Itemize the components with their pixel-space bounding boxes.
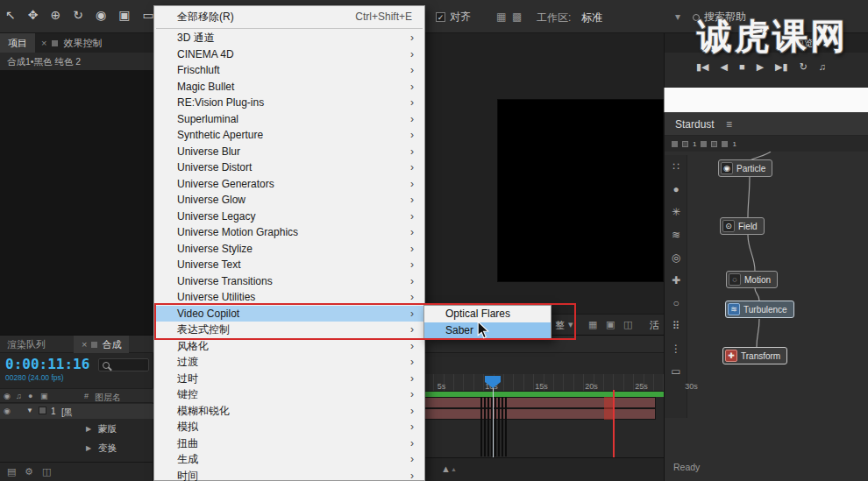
resolution-caret-icon[interactable]: ▾	[568, 319, 573, 330]
tab-effect-controls[interactable]: 效果控制	[63, 37, 102, 50]
node-field[interactable]: ⊙ Field	[720, 217, 765, 235]
solo-icon[interactable]: ●	[28, 392, 32, 400]
menu-item[interactable]: Frischluft	[154, 62, 424, 79]
timeline-search-input[interactable]	[98, 358, 149, 371]
settings-gear-icon[interactable]: ⚙	[25, 466, 33, 477]
transparency-grid-icon[interactable]: ▣	[606, 319, 615, 330]
menu-item-remove-all[interactable]: 全部移除(R) Ctrl+Shift+E	[154, 6, 424, 27]
tab-project[interactable]: 项目	[0, 33, 35, 53]
zoom-tool-icon[interactable]: ⊕	[50, 8, 60, 22]
loop-button[interactable]: ↻	[800, 61, 808, 73]
node-transform[interactable]: ✚ Transform	[722, 347, 787, 364]
first-frame-button[interactable]: ▮◀	[696, 61, 709, 73]
menu-item[interactable]: Universe Legacy	[154, 209, 424, 225]
menu-item[interactable]: 扭曲	[154, 435, 424, 452]
property-group-transform[interactable]: ▶ 变换	[0, 441, 153, 456]
circle-icon[interactable]: ○	[665, 292, 687, 315]
mini-tool-icon[interactable]	[701, 141, 707, 147]
menu-item[interactable]: Universe Stylize	[154, 241, 424, 258]
twirl-right-icon[interactable]: ▶	[86, 425, 91, 433]
previous-frame-button[interactable]: ◀	[721, 61, 728, 73]
layer-row[interactable]: ◉ ▼ 1 [黑	[0, 404, 153, 419]
menu-item[interactable]: Universe Text	[154, 257, 424, 273]
audio-icon[interactable]: ♫	[16, 392, 22, 400]
waves-icon[interactable]: ≋	[665, 223, 687, 246]
layer-color-chip[interactable]	[39, 407, 46, 414]
twirl-down-icon[interactable]: ▼	[26, 407, 33, 414]
selection-tool-icon[interactable]: ↖	[5, 8, 16, 22]
menu-item[interactable]: 表达式控制	[154, 322, 424, 338]
zoom-in-mountain-icon[interactable]: ▲	[451, 466, 457, 472]
twirl-right-icon[interactable]: ▶	[86, 444, 91, 452]
menu-item[interactable]: RE:Vision Plug-ins	[154, 95, 424, 111]
menu-item[interactable]: 过时	[154, 371, 424, 387]
menu-item[interactable]: Universe Generators	[154, 176, 424, 193]
grid-icon[interactable]: ∷	[665, 155, 687, 178]
node-particle[interactable]: ◉ Particle	[718, 159, 772, 177]
property-group-masks[interactable]: ▶ 蒙版	[0, 421, 153, 436]
play-button[interactable]: ▶	[757, 61, 764, 73]
eye-icon[interactable]: ◉	[4, 407, 11, 415]
tab-composition[interactable]: × 合成	[74, 336, 129, 353]
panel-menu-icon[interactable]: ≡	[726, 118, 732, 131]
menu-item[interactable]: Synthetic Aperture	[154, 127, 424, 144]
lock-icon[interactable]: ▣	[40, 392, 48, 400]
bars-icon[interactable]: ⋮	[665, 337, 687, 360]
target-icon[interactable]: ◎	[665, 246, 687, 269]
next-frame-button[interactable]: ▶▮	[775, 61, 788, 73]
zoom-out-mountain-icon[interactable]: ▲	[441, 463, 451, 474]
resolution-select[interactable]: 整	[555, 319, 565, 332]
eye-icon[interactable]: ◉	[4, 392, 11, 400]
menu-item[interactable]: 键控	[154, 386, 424, 403]
menu-item[interactable]: 模拟	[154, 419, 424, 435]
swirl-icon[interactable]: ✳	[665, 201, 687, 223]
hand-tool-icon[interactable]: ✥	[28, 8, 39, 22]
current-timecode[interactable]: 0:00:11:16	[5, 356, 89, 372]
stop-button[interactable]: ■	[739, 61, 745, 73]
menu-item[interactable]: 生成	[154, 451, 424, 468]
mini-tool-icon[interactable]	[682, 141, 688, 147]
sphere-icon[interactable]: ●	[665, 178, 687, 201]
menu-item[interactable]: Magic Bullet	[154, 79, 424, 95]
menu-item[interactable]: Video Copilot	[154, 306, 424, 322]
close-icon[interactable]: ×	[41, 38, 46, 48]
dots-icon[interactable]: ⠿	[665, 315, 687, 337]
workspace-caret-icon[interactable]: ▾	[675, 11, 680, 23]
menu-item[interactable]: Universe Motion Graphics	[154, 224, 424, 241]
menu-item[interactable]: Universe Utilities	[154, 289, 424, 306]
add-node-icon[interactable]: ✚	[665, 269, 687, 292]
panel-pin-icon[interactable]	[52, 40, 58, 46]
rotate-tool-icon[interactable]: ↻	[73, 8, 83, 22]
view-layout-icon[interactable]: ◫	[623, 319, 632, 330]
mini-tool-icon[interactable]	[722, 141, 728, 147]
frames-icon[interactable]: ▤	[7, 466, 16, 477]
menu-item[interactable]: Universe Blur	[154, 144, 424, 160]
menu-item[interactable]: Superluminal	[154, 111, 424, 128]
menu-item[interactable]: Universe Distort	[154, 159, 424, 176]
node-turbulence[interactable]: ≋ Turbulence	[725, 301, 794, 318]
menu-item[interactable]: 3D 通道	[154, 30, 424, 46]
workspace-value[interactable]: 标准	[581, 11, 602, 25]
menu-item[interactable]: Universe Transitions	[154, 273, 424, 290]
menu-item[interactable]: CINEMA 4D	[154, 46, 424, 63]
workspace-grid2-icon[interactable]: ▩	[512, 11, 522, 23]
mask-tool-icon[interactable]: ▭	[142, 8, 153, 22]
menu-item[interactable]: 过渡	[154, 354, 424, 371]
columns-icon[interactable]: ◫	[42, 466, 51, 477]
submenu-item[interactable]: Optical Flares	[424, 306, 551, 322]
node-motion[interactable]: ◌ Motion	[726, 271, 778, 288]
layer-name[interactable]: [黑	[61, 407, 73, 419]
region-of-interest-icon[interactable]: ▦	[588, 319, 597, 330]
menu-item[interactable]: 时间	[154, 468, 424, 481]
close-icon[interactable]: ×	[82, 339, 87, 350]
camera-tool-icon[interactable]: ◉	[96, 8, 106, 22]
workspace-grid-icon[interactable]: ▦	[496, 11, 506, 23]
mini-tool-icon[interactable]	[672, 141, 678, 147]
stardust-node-graph[interactable]: ◉ Particle ⊙ Field ◌ Motion ≋ Turbulence…	[687, 152, 868, 461]
composition-viewport[interactable]	[497, 99, 664, 282]
menu-item[interactable]: Universe Glow	[154, 192, 424, 209]
mini-tool-icon[interactable]	[711, 141, 717, 147]
audio-button[interactable]: ♫	[819, 61, 826, 73]
menu-item[interactable]: 模糊和锐化	[154, 403, 424, 420]
tab-render-queue[interactable]: 渲染队列	[7, 338, 46, 351]
